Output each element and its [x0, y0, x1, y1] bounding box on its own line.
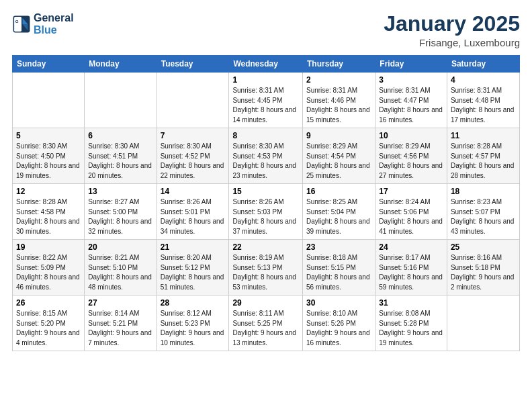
calendar-cell: 2Sunrise: 8:31 AM Sunset: 4:46 PM Daylig…	[302, 73, 375, 128]
day-info: Sunrise: 8:30 AM Sunset: 4:50 PM Dayligh…	[16, 142, 81, 181]
day-number: 24	[379, 242, 443, 252]
calendar-cell: 27Sunrise: 8:14 AM Sunset: 5:21 PM Dayli…	[85, 295, 157, 351]
calendar-week-3: 12Sunrise: 8:28 AM Sunset: 4:58 PM Dayli…	[13, 184, 520, 240]
day-info: Sunrise: 8:15 AM Sunset: 5:20 PM Dayligh…	[16, 309, 81, 348]
day-info: Sunrise: 8:17 AM Sunset: 5:16 PM Dayligh…	[379, 253, 443, 292]
calendar-cell: 25Sunrise: 8:16 AM Sunset: 5:18 PM Dayli…	[447, 240, 519, 295]
logo-icon: G	[12, 15, 31, 34]
day-info: Sunrise: 8:16 AM Sunset: 5:18 PM Dayligh…	[451, 253, 516, 292]
day-info: Sunrise: 8:26 AM Sunset: 5:01 PM Dayligh…	[161, 197, 226, 236]
day-info: Sunrise: 8:28 AM Sunset: 4:58 PM Dayligh…	[16, 197, 81, 236]
day-number: 20	[88, 242, 152, 252]
calendar-cell: 24Sunrise: 8:17 AM Sunset: 5:16 PM Dayli…	[375, 240, 447, 295]
calendar-cell: 10Sunrise: 8:29 AM Sunset: 4:56 PM Dayli…	[375, 128, 447, 184]
calendar-cell: 30Sunrise: 8:10 AM Sunset: 5:26 PM Dayli…	[302, 295, 375, 351]
calendar-cell: 13Sunrise: 8:27 AM Sunset: 5:00 PM Dayli…	[85, 184, 157, 240]
day-info: Sunrise: 8:20 AM Sunset: 5:12 PM Dayligh…	[161, 253, 226, 292]
calendar-cell: 8Sunrise: 8:30 AM Sunset: 4:53 PM Daylig…	[229, 128, 303, 184]
calendar-cell: 9Sunrise: 8:29 AM Sunset: 4:54 PM Daylig…	[302, 128, 375, 184]
day-info: Sunrise: 8:21 AM Sunset: 5:10 PM Dayligh…	[88, 253, 152, 292]
calendar-week-4: 19Sunrise: 8:22 AM Sunset: 5:09 PM Dayli…	[13, 240, 520, 295]
day-number: 30	[306, 298, 371, 308]
calendar-cell: 28Sunrise: 8:12 AM Sunset: 5:23 PM Dayli…	[157, 295, 229, 351]
day-number: 2	[306, 75, 371, 85]
calendar-cell: 19Sunrise: 8:22 AM Sunset: 5:09 PM Dayli…	[13, 240, 85, 295]
calendar-cell: 15Sunrise: 8:26 AM Sunset: 5:03 PM Dayli…	[229, 184, 303, 240]
calendar-cell: 14Sunrise: 8:26 AM Sunset: 5:01 PM Dayli…	[157, 184, 229, 240]
day-number: 31	[379, 298, 443, 308]
day-info: Sunrise: 8:31 AM Sunset: 4:45 PM Dayligh…	[232, 86, 299, 125]
day-info: Sunrise: 8:14 AM Sunset: 5:21 PM Dayligh…	[88, 309, 152, 348]
day-number: 4	[451, 75, 516, 85]
calendar-cell: 23Sunrise: 8:18 AM Sunset: 5:15 PM Dayli…	[302, 240, 375, 295]
calendar-table: SundayMondayTuesdayWednesdayThursdayFrid…	[12, 55, 520, 351]
svg-text:G: G	[15, 19, 19, 24]
day-info: Sunrise: 8:31 AM Sunset: 4:47 PM Dayligh…	[379, 86, 443, 125]
day-number: 22	[232, 242, 299, 252]
col-header-sunday: Sunday	[13, 56, 85, 73]
calendar-cell: 29Sunrise: 8:11 AM Sunset: 5:25 PM Dayli…	[229, 295, 303, 351]
day-info: Sunrise: 8:22 AM Sunset: 5:09 PM Dayligh…	[16, 253, 81, 292]
day-info: Sunrise: 8:26 AM Sunset: 5:03 PM Dayligh…	[232, 197, 299, 236]
calendar-cell: 5Sunrise: 8:30 AM Sunset: 4:50 PM Daylig…	[13, 128, 85, 184]
day-info: Sunrise: 8:11 AM Sunset: 5:25 PM Dayligh…	[232, 309, 299, 348]
day-number: 5	[16, 131, 81, 140]
calendar-cell: 7Sunrise: 8:30 AM Sunset: 4:52 PM Daylig…	[157, 128, 229, 184]
day-number: 1	[232, 75, 299, 85]
day-number: 11	[451, 131, 516, 140]
page: G General Blue January 2025 Frisange, Lu…	[0, 0, 532, 411]
day-info: Sunrise: 8:19 AM Sunset: 5:13 PM Dayligh…	[232, 253, 299, 292]
calendar-cell	[13, 73, 85, 128]
day-info: Sunrise: 8:24 AM Sunset: 5:06 PM Dayligh…	[379, 197, 443, 236]
calendar-cell	[447, 295, 519, 351]
day-number: 14	[161, 187, 226, 196]
day-number: 8	[232, 131, 299, 140]
day-info: Sunrise: 8:12 AM Sunset: 5:23 PM Dayligh…	[161, 309, 226, 348]
day-info: Sunrise: 8:30 AM Sunset: 4:53 PM Dayligh…	[232, 142, 299, 181]
calendar-cell: 11Sunrise: 8:28 AM Sunset: 4:57 PM Dayli…	[447, 128, 519, 184]
day-info: Sunrise: 8:30 AM Sunset: 4:52 PM Dayligh…	[161, 142, 226, 181]
subtitle: Frisange, Luxembourg	[384, 37, 520, 48]
calendar-week-1: 1Sunrise: 8:31 AM Sunset: 4:45 PM Daylig…	[13, 73, 520, 128]
calendar-cell: 26Sunrise: 8:15 AM Sunset: 5:20 PM Dayli…	[13, 295, 85, 351]
col-header-tuesday: Tuesday	[157, 56, 229, 73]
calendar-cell: 31Sunrise: 8:08 AM Sunset: 5:28 PM Dayli…	[375, 295, 447, 351]
day-info: Sunrise: 8:27 AM Sunset: 5:00 PM Dayligh…	[88, 197, 152, 236]
day-number: 18	[451, 187, 516, 196]
day-number: 10	[379, 131, 443, 140]
day-number: 21	[161, 242, 226, 252]
header: G General Blue January 2025 Frisange, Lu…	[12, 12, 520, 48]
day-number: 13	[88, 187, 152, 196]
day-info: Sunrise: 8:29 AM Sunset: 4:56 PM Dayligh…	[379, 142, 443, 181]
col-header-friday: Friday	[375, 56, 447, 73]
calendar-week-5: 26Sunrise: 8:15 AM Sunset: 5:20 PM Dayli…	[13, 295, 520, 351]
title-block: January 2025 Frisange, Luxembourg	[384, 12, 520, 48]
day-info: Sunrise: 8:30 AM Sunset: 4:51 PM Dayligh…	[88, 142, 152, 181]
day-number: 6	[88, 131, 152, 140]
day-info: Sunrise: 8:23 AM Sunset: 5:07 PM Dayligh…	[451, 197, 516, 236]
calendar-week-2: 5Sunrise: 8:30 AM Sunset: 4:50 PM Daylig…	[13, 128, 520, 184]
col-header-thursday: Thursday	[302, 56, 375, 73]
day-number: 28	[161, 298, 226, 308]
day-number: 25	[451, 242, 516, 252]
day-info: Sunrise: 8:08 AM Sunset: 5:28 PM Dayligh…	[379, 309, 443, 348]
calendar-cell: 6Sunrise: 8:30 AM Sunset: 4:51 PM Daylig…	[85, 128, 157, 184]
day-number: 9	[306, 131, 371, 140]
day-number: 23	[306, 242, 371, 252]
day-number: 29	[232, 298, 299, 308]
calendar-cell: 21Sunrise: 8:20 AM Sunset: 5:12 PM Dayli…	[157, 240, 229, 295]
col-header-saturday: Saturday	[447, 56, 519, 73]
calendar-cell: 1Sunrise: 8:31 AM Sunset: 4:45 PM Daylig…	[229, 73, 303, 128]
logo-text: General Blue	[34, 12, 74, 36]
day-number: 7	[161, 131, 226, 140]
calendar-header-row: SundayMondayTuesdayWednesdayThursdayFrid…	[13, 56, 520, 73]
calendar-cell: 16Sunrise: 8:25 AM Sunset: 5:04 PM Dayli…	[302, 184, 375, 240]
calendar-cell: 20Sunrise: 8:21 AM Sunset: 5:10 PM Dayli…	[85, 240, 157, 295]
day-info: Sunrise: 8:29 AM Sunset: 4:54 PM Dayligh…	[306, 142, 371, 181]
calendar-cell: 4Sunrise: 8:31 AM Sunset: 4:48 PM Daylig…	[447, 73, 519, 128]
main-title: January 2025	[384, 12, 520, 36]
logo-line2: Blue	[34, 24, 57, 36]
day-number: 26	[16, 298, 81, 308]
calendar-cell	[157, 73, 229, 128]
day-number: 12	[16, 187, 81, 196]
